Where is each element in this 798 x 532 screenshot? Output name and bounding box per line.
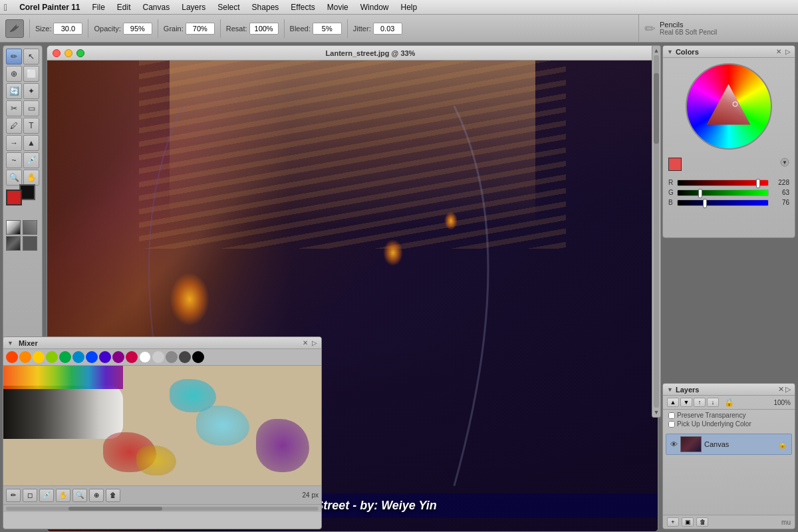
canvas-maximize-button[interactable] (76, 49, 84, 57)
menu-select[interactable]: Select (212, 2, 245, 13)
mixer-magnify-tool[interactable]: ⊕ (89, 489, 104, 502)
tool-zoom[interactable]: 🔍 (6, 170, 22, 186)
color-cursor[interactable] (732, 101, 737, 106)
menu-effects[interactable]: Effects (285, 2, 320, 13)
layers-dropdown-button[interactable]: ▼ (680, 398, 692, 407)
canvas-minimize-button[interactable] (65, 49, 72, 57)
mixer-color-teal[interactable] (72, 351, 84, 363)
scroll-track[interactable] (654, 55, 659, 408)
mixer-scroll-thumb[interactable] (68, 507, 162, 511)
tool-fill[interactable]: ▲ (23, 135, 39, 151)
grain-input[interactable]: 70% (186, 23, 215, 35)
menu-window[interactable]: Window (355, 2, 394, 13)
canvas-close-button[interactable] (53, 49, 61, 57)
layers-up-button[interactable]: ↑ (694, 398, 706, 407)
mixer-expand-button[interactable]: ▷ (312, 339, 317, 346)
layer-visibility-icon[interactable]: 👁 (670, 440, 678, 448)
mixer-hand-tool[interactable]: ✋ (56, 489, 70, 502)
pick-up-color-checkbox[interactable] (668, 421, 675, 428)
menu-layers[interactable]: Layers (176, 2, 211, 13)
preserve-transparency-check[interactable]: Preserve Transparency (668, 412, 789, 419)
mixer-color-magenta[interactable] (126, 351, 138, 363)
color-wheel[interactable] (686, 63, 772, 150)
mixer-eraser-tool[interactable]: ◻ (23, 489, 37, 502)
mixer-color-light-gray[interactable] (152, 351, 164, 363)
scroll-down-arrow[interactable]: ▼ (653, 409, 660, 416)
mixer-canvas[interactable] (3, 366, 321, 485)
paper-swatch[interactable] (23, 236, 37, 251)
tool-smear[interactable]: ~ (6, 152, 22, 168)
layers-down-button[interactable]: ↓ (707, 398, 719, 407)
tool-lasso[interactable]: 🔄 (6, 83, 22, 99)
scroll-thumb[interactable] (654, 73, 659, 144)
mixer-color-indigo[interactable] (99, 351, 111, 363)
g-slider[interactable] (677, 190, 769, 196)
opacity-input[interactable]: 95% (123, 23, 152, 35)
menu-file[interactable]: File (87, 2, 110, 13)
mixer-close-button[interactable]: ✕ (303, 339, 308, 346)
tool-text[interactable]: T (23, 118, 39, 134)
b-slider-thumb[interactable] (703, 199, 707, 208)
tool-brush[interactable]: ✏ (6, 49, 22, 65)
mixer-eyedropper-tool[interactable]: 💉 (39, 489, 54, 502)
pick-up-color-check[interactable]: Pick Up Underlying Color (668, 420, 789, 428)
mixer-color-blue[interactable] (86, 351, 98, 363)
right-scrollbar[interactable]: ▲ ▼ (652, 45, 661, 418)
menu-canvas[interactable]: Canvas (138, 2, 176, 13)
mixer-collapse-arrow[interactable]: ▼ (7, 340, 13, 346)
mixer-brush-tool[interactable]: ✏ (6, 489, 21, 502)
resat-input[interactable]: 100% (249, 23, 279, 35)
tool-arrow[interactable]: → (6, 135, 22, 151)
tool-transform[interactable]: ⊕ (6, 66, 22, 82)
brush-selector[interactable] (5, 19, 24, 38)
mixer-scroll-track[interactable] (6, 507, 319, 511)
preserve-transparency-checkbox[interactable] (668, 412, 675, 419)
mixer-scrollbar[interactable] (3, 504, 321, 512)
mixer-color-orange[interactable] (19, 351, 31, 363)
mixer-color-orange-red[interactable] (6, 351, 18, 363)
jitter-input[interactable]: 0.03 (373, 23, 402, 35)
scroll-up-arrow[interactable]: ▲ (653, 47, 660, 54)
apple-logo[interactable]:  (4, 2, 7, 13)
layers-close-button[interactable]: ✕ (778, 385, 784, 394)
layers-add-button[interactable]: ▲ (667, 398, 679, 407)
colors-close-button[interactable]: ✕ (776, 48, 781, 55)
weave-swatch[interactable] (6, 236, 21, 251)
colors-expand-button[interactable]: ▷ (785, 48, 791, 55)
pattern-swatch[interactable] (23, 220, 37, 235)
bleed-input[interactable]: 5% (313, 23, 342, 35)
mixer-color-purple[interactable] (112, 351, 124, 363)
layers-expand-button[interactable]: ▷ (785, 385, 791, 394)
r-slider-thumb[interactable] (756, 179, 760, 188)
mixer-zoom-tool[interactable]: 🔍 (72, 489, 87, 502)
size-input[interactable]: 30.0 (53, 23, 82, 35)
menu-help[interactable]: Help (395, 2, 422, 13)
gradient-swatch[interactable] (6, 220, 21, 235)
color-wheel-area[interactable] (663, 58, 795, 155)
layers-group-button[interactable]: ▣ (682, 517, 694, 527)
tool-wand[interactable]: ✦ (23, 83, 39, 99)
mixer-color-white[interactable] (139, 351, 151, 363)
canvas-layer-item[interactable]: 👁 Canvas 🔒 (666, 434, 792, 455)
color-options-btn[interactable]: ▼ (780, 158, 789, 175)
mixer-color-yellow[interactable] (33, 351, 45, 363)
layers-collapse-arrow[interactable]: ▼ (667, 386, 673, 393)
r-slider[interactable] (677, 180, 769, 186)
tool-pointer[interactable]: ↖ (23, 49, 39, 65)
foreground-color-swatch[interactable] (6, 190, 22, 205)
mixer-color-dark-gray[interactable] (179, 351, 191, 363)
layers-new-button[interactable]: + (667, 517, 679, 527)
mixer-delete-tool[interactable]: 🗑 (106, 489, 120, 502)
tool-shape-rect[interactable]: ▭ (23, 100, 39, 116)
tool-eyedropper[interactable]: 💉 (23, 152, 39, 168)
mixer-color-mid-gray[interactable] (166, 351, 178, 363)
tool-hand[interactable]: ✋ (23, 170, 39, 186)
tool-select-rect[interactable]: ⬜ (23, 66, 39, 82)
mixer-color-yellow-green[interactable] (46, 351, 58, 363)
menu-edit[interactable]: Edit (112, 2, 136, 13)
b-slider[interactable] (677, 200, 769, 206)
colors-collapse-arrow[interactable]: ▼ (667, 49, 673, 55)
mixer-color-black[interactable] (192, 351, 204, 363)
g-slider-thumb[interactable] (698, 189, 702, 198)
color-fg-bg-swatches[interactable] (668, 158, 688, 175)
